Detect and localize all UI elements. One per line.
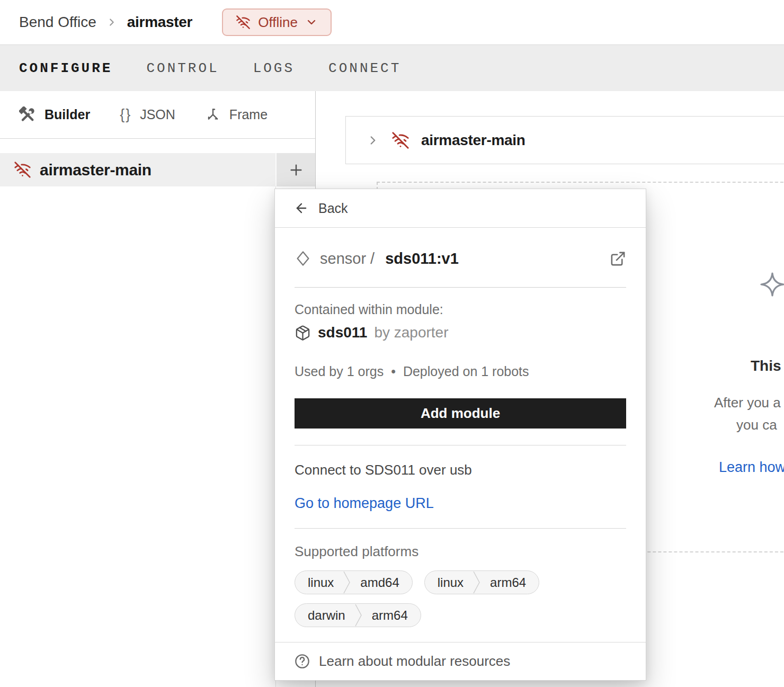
pill-arch: arm64 [480, 575, 539, 590]
module-name: sds011 [318, 324, 367, 341]
header: Bend Office airmaster Offline [0, 0, 784, 44]
breadcrumb-machine: airmaster [127, 14, 192, 31]
left-panel: Builder {} JSON Frame [0, 91, 316, 687]
empty-state-heading: This [751, 358, 781, 374]
divider [295, 287, 626, 288]
arrow-left-icon [294, 201, 309, 216]
empty-state-line1: After you a [714, 395, 781, 411]
tab-bar: CONFIGURE CONTROL LOGS CONNECT [0, 44, 784, 91]
learn-how-link[interactable]: Learn how [719, 459, 784, 476]
pill-os: linux [425, 575, 473, 590]
pill-chevron-separator-icon [343, 570, 351, 594]
mode-builder-label: Builder [44, 107, 90, 122]
tab-logs[interactable]: LOGS [253, 60, 295, 76]
resource-model-label: sds011:v1 [385, 250, 459, 267]
resource-type-label: sensor / [320, 250, 375, 267]
tab-connect[interactable]: CONNECT [328, 60, 401, 76]
diamond-icon [295, 250, 311, 267]
platform-pill-row: linux amd64 linux arm64 [295, 570, 626, 594]
status-label: Offline [258, 14, 298, 31]
empty-state-line2: you ca [736, 417, 777, 433]
sidebar-resource-name: airmaster-main [40, 161, 152, 179]
divider [295, 528, 626, 529]
pill-os: linux [295, 575, 343, 590]
module-title-row: sensor / sds011:v1 [295, 242, 626, 275]
footer-link-label: Learn about modular resources [319, 653, 510, 670]
platform-pill: linux arm64 [424, 570, 539, 594]
back-label: Back [318, 201, 348, 216]
module-description: Connect to SDS011 over usb [295, 462, 626, 478]
wifi-off-icon [14, 161, 31, 179]
used-by-orgs: Used by 1 orgs [295, 364, 384, 379]
plus-icon [288, 162, 305, 179]
braces-icon: {} [120, 106, 131, 123]
screen: Bend Office airmaster Offline CONFIGURE … [0, 0, 784, 687]
resource-card-title: airmaster-main [421, 132, 525, 149]
deployed-on-robots: Deployed on 1 robots [403, 364, 529, 379]
builder-mode-bar: Builder {} JSON Frame [0, 91, 315, 139]
resource-card-header[interactable]: airmaster-main [345, 116, 784, 164]
add-resource-button[interactable] [275, 153, 315, 186]
platform-pill: linux amd64 [295, 570, 413, 594]
usage-row: Used by 1 orgs • Deployed on 1 robots [295, 364, 626, 379]
package-icon [295, 325, 311, 341]
pill-os: darwin [295, 608, 355, 623]
chevron-down-icon [305, 16, 318, 29]
tab-configure[interactable]: CONFIGURE [19, 60, 112, 76]
wifi-off-icon [236, 15, 251, 30]
back-button[interactable]: Back [275, 189, 646, 228]
mode-frame-label: Frame [229, 107, 268, 122]
pill-arch: amd64 [351, 575, 412, 590]
mode-json-label: JSON [140, 107, 175, 122]
help-circle-icon [294, 653, 310, 670]
module-author: by zaporter [374, 324, 448, 341]
module-row: sds011 by zaporter [295, 324, 626, 341]
pill-arch: arm64 [362, 608, 421, 623]
tab-control[interactable]: CONTROL [146, 60, 219, 76]
tools-icon [19, 106, 36, 123]
platform-pill: darwin arm64 [295, 603, 421, 627]
popover-body: sensor / sds011:v1 Contained within modu… [275, 242, 646, 627]
homepage-link[interactable]: Go to homepage URL [295, 495, 434, 512]
divider [295, 445, 626, 445]
module-popover: Back sensor / sds011:v1 Contained within… [274, 189, 646, 681]
platforms-label: Supported platforms [295, 543, 626, 560]
sparkle-icon [760, 271, 784, 298]
external-link-icon[interactable] [610, 251, 626, 267]
mode-json[interactable]: {} JSON [120, 106, 175, 123]
contained-label: Contained within module: [295, 302, 626, 317]
mode-frame[interactable]: Frame [205, 107, 268, 123]
frame-icon [205, 107, 221, 123]
add-module-button[interactable]: Add module [295, 398, 626, 429]
platform-pill-row: darwin arm64 [295, 603, 626, 627]
breadcrumb-org[interactable]: Bend Office [19, 14, 96, 31]
pill-chevron-separator-icon [473, 570, 480, 594]
mode-builder[interactable]: Builder [19, 106, 90, 123]
dot-separator: • [391, 364, 396, 379]
pill-chevron-separator-icon [355, 603, 362, 627]
breadcrumb-chevron-icon [106, 16, 118, 28]
wifi-off-icon [391, 131, 409, 149]
learn-modular-resources-link[interactable]: Learn about modular resources [275, 642, 646, 680]
chevron-right-icon [366, 133, 380, 147]
sidebar-resource-row[interactable]: airmaster-main [0, 153, 315, 186]
machine-status-badge[interactable]: Offline [222, 8, 332, 36]
